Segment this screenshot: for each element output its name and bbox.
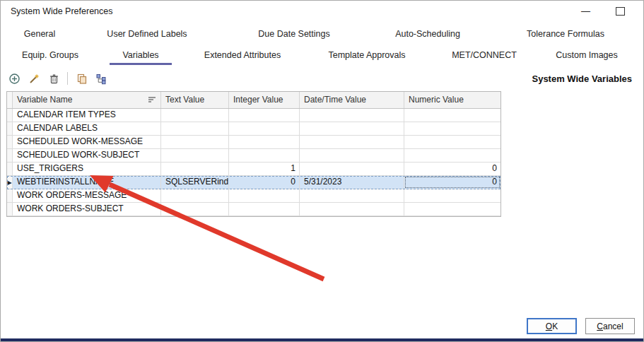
row-marker <box>7 163 13 175</box>
column-header-numeric-value[interactable]: Numeric Value <box>404 92 500 108</box>
window-controls: — <box>581 7 643 16</box>
cell-text-value[interactable]: SQLSERVERindysof <box>161 176 229 189</box>
table-row[interactable]: WORK ORDERS-MESSAGE <box>7 189 500 203</box>
title-bar: System Wide Preferences — <box>1 1 643 22</box>
cell-integer-value[interactable] <box>229 203 300 216</box>
row-marker <box>7 149 13 162</box>
variables-table: Variable Name Text Value Integer Value D… <box>6 91 501 217</box>
cell-numeric-value[interactable] <box>404 149 500 162</box>
column-header-datetime-value[interactable]: Date/Time Value <box>300 92 404 108</box>
cell-integer-value[interactable]: 0 <box>229 176 300 189</box>
cell-text-value[interactable] <box>161 136 229 148</box>
tab-strip: General User Defined Labels Due Date Set… <box>1 22 643 66</box>
sort-icon[interactable] <box>148 96 157 104</box>
cell-text-value[interactable] <box>161 122 229 135</box>
delete-icon[interactable] <box>47 72 60 85</box>
cell-datetime-value[interactable] <box>300 149 404 162</box>
row-marker <box>7 109 13 122</box>
tab-tolerance-formulas[interactable]: Tolerance Formulas <box>524 28 607 40</box>
row-marker <box>7 122 13 135</box>
window-title: System Wide Preferences <box>11 6 113 16</box>
cell-numeric-value[interactable] <box>404 109 500 122</box>
cell-numeric-value[interactable] <box>404 189 500 202</box>
cell-variable-name[interactable]: USE_TRIGGERS <box>13 163 161 175</box>
cell-variable-name[interactable]: WORK ORDERS-SUBJECT <box>13 203 161 216</box>
cell-datetime-value[interactable] <box>300 122 404 135</box>
table-row[interactable]: SCHEDULED WORK-SUBJECT <box>7 149 500 163</box>
table-row[interactable]: SCHEDULED WORK-MESSAGE <box>7 136 500 149</box>
selected-row-marker-icon: ▶ <box>7 176 13 189</box>
cancel-button[interactable]: Cancel <box>585 318 635 334</box>
cell-datetime-value[interactable] <box>300 109 404 122</box>
cell-numeric-value[interactable]: 0 <box>404 163 500 175</box>
column-header-variable-name[interactable]: Variable Name <box>13 92 161 108</box>
add-icon[interactable] <box>8 72 21 85</box>
maximize-button[interactable] <box>616 7 625 16</box>
row-marker <box>7 189 13 202</box>
cell-datetime-value[interactable] <box>300 136 404 148</box>
table-row[interactable]: USE_TRIGGERS 1 0 <box>7 163 500 176</box>
tree-view-icon[interactable] <box>95 72 107 85</box>
cell-numeric-value[interactable] <box>404 136 500 148</box>
table-row[interactable]: CALENDAR ITEM TYPES <box>7 109 500 122</box>
cell-datetime-value[interactable] <box>300 203 404 216</box>
cell-integer-value[interactable] <box>229 149 300 162</box>
row-marker <box>7 203 13 216</box>
tab-custom-images[interactable]: Custom Images <box>553 49 621 61</box>
cell-variable-name[interactable]: CALENDAR LABELS <box>13 122 161 135</box>
tab-due-date-settings[interactable]: Due Date Settings <box>255 28 332 40</box>
cell-integer-value[interactable] <box>229 109 300 122</box>
column-header-text-value[interactable]: Text Value <box>161 92 229 108</box>
bottom-accent-bar <box>1 338 643 341</box>
tab-user-defined-labels[interactable]: User Defined Labels <box>104 28 189 40</box>
table-row[interactable]: CALENDAR LABELS <box>7 122 500 136</box>
row-marker <box>7 136 13 148</box>
system-wide-preferences-dialog: System Wide Preferences — General User D… <box>0 0 644 342</box>
toolbar-divider <box>67 72 68 85</box>
cell-integer-value[interactable] <box>229 122 300 135</box>
cell-integer-value[interactable] <box>229 136 300 148</box>
cell-integer-value[interactable] <box>229 189 300 202</box>
tab-template-approvals[interactable]: Template Approvals <box>325 49 408 61</box>
cell-numeric-value-focused[interactable]: 0 <box>404 176 500 189</box>
paste-icon[interactable] <box>75 72 88 85</box>
cell-datetime-value[interactable] <box>300 163 404 175</box>
column-header-integer-value[interactable]: Integer Value <box>229 92 300 108</box>
cell-text-value[interactable] <box>161 149 229 162</box>
cell-variable-name[interactable]: WEBTIERINSTALLNAME <box>13 176 161 189</box>
cell-text-value[interactable] <box>161 163 229 175</box>
cell-numeric-value[interactable] <box>404 203 500 216</box>
tab-met-connect[interactable]: MET/CONNECT <box>449 49 520 61</box>
cell-variable-name[interactable]: SCHEDULED WORK-SUBJECT <box>13 149 161 162</box>
tab-extended-attributes[interactable]: Extended Attributes <box>201 49 283 61</box>
cell-text-value[interactable] <box>161 189 229 202</box>
section-heading: System Wide Variables <box>532 73 632 84</box>
edit-wand-icon[interactable] <box>28 72 40 85</box>
ok-button-label: OK <box>546 322 558 331</box>
tab-general[interactable]: General <box>21 28 58 40</box>
cell-variable-name[interactable]: SCHEDULED WORK-MESSAGE <box>13 136 161 148</box>
row-marker-header <box>7 92 13 108</box>
table-row-selected[interactable]: ▶ WEBTIERINSTALLNAME SQLSERVERindysof 0 … <box>7 176 500 189</box>
cell-integer-value[interactable]: 1 <box>229 163 300 175</box>
cell-text-value[interactable] <box>161 109 229 122</box>
cancel-button-label: Cancel <box>597 322 623 331</box>
active-tab-underline <box>110 63 172 65</box>
tab-variables[interactable]: Variables <box>119 49 161 61</box>
cell-text-value[interactable] <box>161 203 229 216</box>
tab-auto-scheduling[interactable]: Auto-Scheduling <box>392 28 463 40</box>
ok-button[interactable]: OK <box>527 318 577 334</box>
table-row[interactable]: WORK ORDERS-SUBJECT <box>7 203 500 216</box>
cell-datetime-value[interactable]: 5/31/2023 <box>300 176 404 189</box>
tab-equip-groups[interactable]: Equip. Groups <box>19 49 81 61</box>
minimize-button[interactable]: — <box>581 8 590 15</box>
cell-datetime-value[interactable] <box>300 189 404 202</box>
variables-toolbar: System Wide Variables <box>8 69 632 88</box>
cell-numeric-value[interactable] <box>404 122 500 135</box>
cell-variable-name[interactable]: CALENDAR ITEM TYPES <box>13 109 161 122</box>
column-label: Variable Name <box>17 95 72 105</box>
table-header: Variable Name Text Value Integer Value D… <box>7 92 500 109</box>
cell-variable-name[interactable]: WORK ORDERS-MESSAGE <box>13 189 161 202</box>
